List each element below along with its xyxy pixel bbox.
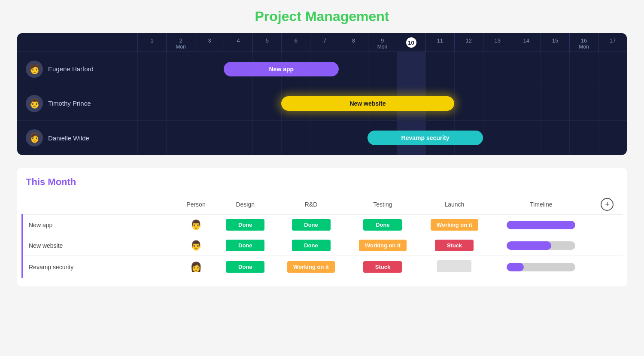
td-extra-1 (592, 235, 623, 256)
gantt-cell-1-14 (541, 86, 569, 120)
gantt-day-4: 4 (224, 33, 252, 52)
gantt-cell-2-1 (166, 121, 195, 155)
td-person-2: 👩 (177, 256, 216, 278)
gantt-cell-1-0 (137, 86, 166, 120)
timeline-bar-container-2 (507, 263, 575, 271)
avatar-2: 👩 (26, 129, 43, 146)
gantt-cell-0-8 (368, 52, 397, 86)
gantt-header: 12Mon3456789Mon10111213141516Mon17 (17, 33, 627, 52)
td-rd-1: Done (275, 235, 347, 256)
timeline-bar-container-0 (507, 221, 575, 229)
table-row-1: New website👨DoneDoneWorking on itStuck (22, 235, 623, 256)
gantt-cell-0-1 (166, 52, 195, 86)
gantt-day-16: 16Mon (569, 33, 598, 52)
person-name-2: Danielle Wilde (48, 134, 89, 142)
person-name-1: Timothy Prince (48, 100, 91, 107)
gantt-bar-2[interactable]: Revamp security (368, 131, 483, 145)
timeline-bar-fill-1 (507, 241, 551, 250)
gantt-day-5: 5 (252, 33, 281, 52)
avatar-1: 👨 (26, 95, 43, 112)
gantt-cell-0-7 (339, 52, 368, 86)
gantt-cell-0-16 (598, 52, 627, 86)
td-rd-2: Working on it (275, 256, 347, 278)
td-testing-0: Done (347, 215, 419, 235)
gantt-cell-0-12 (483, 52, 512, 86)
person-name-0: Eugene Harford (48, 65, 94, 73)
timeline-bar-container-1 (507, 241, 575, 250)
td-person-0: 👨 (177, 215, 216, 235)
td-design-0: Done (215, 215, 275, 235)
gantt-cell-2-13 (512, 121, 541, 155)
gantt-cell-0-11 (454, 52, 483, 86)
td-name-0: New app (22, 215, 177, 235)
gantt-day-1: 1 (137, 33, 166, 52)
td-launch-0: Working on it (419, 215, 490, 235)
gantt-cell-0-9 (397, 52, 425, 86)
gantt-cells-1: New website (137, 86, 627, 120)
timeline-bar-fill-0 (507, 221, 575, 229)
gantt-day-13: 13 (483, 33, 512, 52)
gantt-row-1: 👨Timothy PrinceNew website (17, 86, 627, 121)
gantt-cell-2-6 (310, 121, 339, 155)
page-title: Project Management (255, 9, 389, 24)
gantt-day-17: 17 (598, 33, 627, 52)
td-name-1: New website (22, 235, 177, 256)
th-launch: Launch (419, 195, 490, 215)
td-testing-1: Working on it (347, 235, 419, 256)
gantt-rows-container: 🧑Eugene HarfordNew app👨Timothy PrinceNew… (17, 52, 627, 155)
gantt-cells-2: Revamp security (137, 121, 627, 155)
gantt-cell-1-16 (598, 86, 627, 120)
gantt-day-10: 10 (397, 33, 425, 52)
th-add[interactable]: + (592, 195, 623, 215)
gantt-day-6: 6 (281, 33, 310, 52)
gantt-cell-2-16 (598, 121, 627, 155)
td-extra-2 (592, 256, 623, 278)
gantt-cell-2-15 (569, 121, 598, 155)
td-design-2: Done (215, 256, 275, 278)
th-name (22, 195, 177, 215)
gantt-cell-2-5 (281, 121, 310, 155)
gantt-cell-2-14 (541, 121, 569, 155)
gantt-row-2: 👩Danielle WildeRevamp security (17, 121, 627, 155)
gantt-day-7: 7 (310, 33, 339, 52)
td-launch-1: Stuck (419, 235, 490, 256)
gantt-cell-2-7 (339, 121, 368, 155)
th-design: Design (215, 195, 275, 215)
td-extra-0 (592, 215, 623, 235)
gantt-day-12: 12 (454, 33, 483, 52)
avatar-0: 🧑 (26, 61, 43, 78)
gantt-cell-0-2 (195, 52, 224, 86)
gantt-cell-1-12 (483, 86, 512, 120)
table-row-2: Revamp security👩DoneWorking on itStuck (22, 256, 623, 278)
gantt-cell-1-4 (252, 86, 281, 120)
td-launch-2 (419, 256, 490, 278)
gantt-row-0: 🧑Eugene HarfordNew app (17, 52, 627, 86)
td-testing-2: Stuck (347, 256, 419, 278)
table-row-0: New app👨DoneDoneDoneWorking on it (22, 215, 623, 235)
th-person: Person (177, 195, 216, 215)
timeline-bar-fill-2 (507, 263, 524, 271)
gantt-cell-1-2 (195, 86, 224, 120)
add-column-button[interactable]: + (601, 198, 614, 211)
gantt-cell-2-12 (483, 121, 512, 155)
gantt-day-2: 2Mon (166, 33, 195, 52)
gantt-cell-1-3 (224, 86, 252, 120)
gantt-day-9: 9Mon (368, 33, 397, 52)
gantt-cell-0-14 (541, 52, 569, 86)
gantt-cell-2-0 (137, 121, 166, 155)
project-table: PersonDesignR&DTestingLaunchTimeline+ Ne… (21, 195, 623, 278)
table-section: This Month PersonDesignR&DTestingLaunchT… (17, 168, 627, 286)
gantt-cells-0: New app (137, 52, 627, 86)
td-timeline-1 (490, 235, 592, 256)
th-rd: R&D (275, 195, 347, 215)
gantt-cell-2-3 (224, 121, 252, 155)
gantt-cell-0-0 (137, 52, 166, 86)
th-timeline: Timeline (490, 195, 592, 215)
gantt-day-11: 11 (425, 33, 454, 52)
th-testing: Testing (347, 195, 419, 215)
gantt-bar-1[interactable]: New website (281, 96, 454, 111)
gantt-cell-1-13 (512, 86, 541, 120)
gantt-day-8: 8 (339, 33, 368, 52)
gantt-bar-0[interactable]: New app (224, 62, 339, 76)
gantt-cell-1-11 (454, 86, 483, 120)
